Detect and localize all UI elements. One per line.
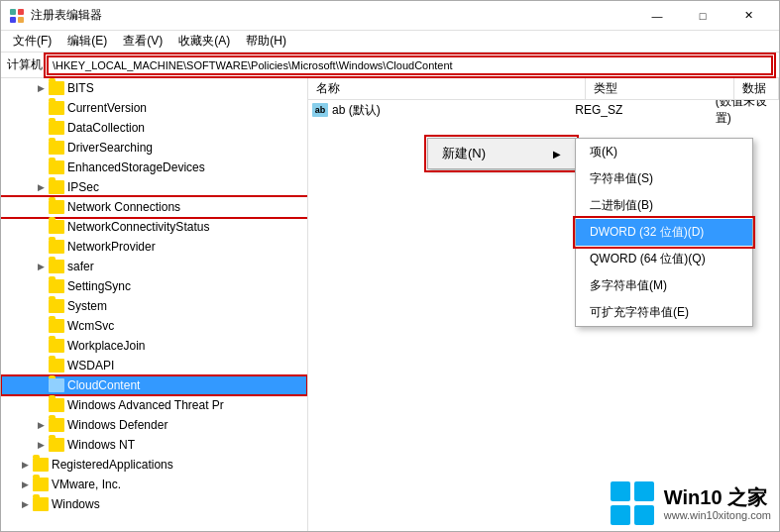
tree-label: Network Connections xyxy=(67,200,180,214)
main-content: ▶ BITS CurrentVersion DataCollection Dr xyxy=(1,78,779,531)
tree-label: IPSec xyxy=(67,180,99,194)
tree-label: DriverSearching xyxy=(67,141,153,155)
folder-icon xyxy=(33,497,49,511)
expand-arrow xyxy=(33,278,49,294)
folder-icon xyxy=(49,339,64,353)
tree-label: RegisteredApplications xyxy=(52,458,173,472)
folder-icon xyxy=(49,279,64,293)
tree-label: safer xyxy=(67,260,94,273)
tree-item-networkprovider[interactable]: NetworkProvider xyxy=(1,237,307,257)
submenu-binary[interactable]: 二进制值(B) xyxy=(576,192,752,219)
tree-item-windowsadvancedthreat[interactable]: Windows Advanced Threat Pr xyxy=(1,395,307,415)
reg-value-type: REG_SZ xyxy=(575,103,716,117)
expand-arrow: ▶ xyxy=(33,417,49,433)
menu-bar: 文件(F) 编辑(E) 查看(V) 收藏夹(A) 帮助(H) xyxy=(1,31,779,53)
tree-item-windows[interactable]: ▶ Windows xyxy=(1,494,307,514)
tree-item-windowsnt[interactable]: ▶ Windows NT xyxy=(1,435,307,455)
expand-arrow xyxy=(33,140,49,156)
tree-label: EnhancedStorageDevices xyxy=(67,160,205,174)
minimize-button[interactable]: — xyxy=(634,1,680,31)
folder-icon xyxy=(33,478,49,491)
expand-arrow xyxy=(33,120,49,136)
reg-value-icon: ab xyxy=(312,103,328,117)
tree-item-workplacejoin[interactable]: WorkplaceJoin xyxy=(1,336,307,356)
tree-item-currentversion[interactable]: CurrentVersion xyxy=(1,98,307,118)
win10-logo-icon xyxy=(609,479,656,527)
folder-icon xyxy=(49,260,64,273)
submenu-dword[interactable]: DWORD (32 位值)(D) xyxy=(576,219,752,246)
tree-item-windowsdefender[interactable]: ▶ Windows Defender xyxy=(1,415,307,435)
submenu-arrow: ▶ xyxy=(553,149,561,160)
svg-rect-6 xyxy=(611,505,630,525)
svg-rect-4 xyxy=(611,481,630,501)
menu-help[interactable]: 帮助(H) xyxy=(238,31,294,52)
tree-item-settingsync[interactable]: SettingSync xyxy=(1,276,307,296)
tree-label: WcmSvc xyxy=(67,319,114,333)
brand-name: Win10 之家 xyxy=(664,485,771,509)
tree-item-wsdapi[interactable]: WSDAPI xyxy=(1,356,307,375)
submenu-multistring[interactable]: 多字符串值(M) xyxy=(576,272,752,299)
app-icon xyxy=(9,8,25,24)
tree-item-vmware[interactable]: ▶ VMware, Inc. xyxy=(1,475,307,494)
expand-arrow: ▶ xyxy=(17,477,33,492)
tree-item-system[interactable]: System xyxy=(1,296,307,316)
folder-icon xyxy=(49,141,64,155)
registry-row-default[interactable]: ab ab (默认) REG_SZ (数值未设置) xyxy=(308,100,779,120)
menu-edit[interactable]: 编辑(E) xyxy=(59,31,115,52)
col-header-name: 名称 xyxy=(308,78,586,99)
tree-label: NetworkProvider xyxy=(67,240,156,254)
expand-arrow xyxy=(33,100,49,116)
expand-arrow: ▶ xyxy=(33,179,49,195)
tree-label: DataCollection xyxy=(67,121,145,135)
tree-item-networkconnections[interactable]: Network Connections xyxy=(1,197,307,217)
folder-icon xyxy=(49,121,64,135)
expand-arrow xyxy=(33,298,49,314)
new-menu-button[interactable]: 新建(N) ▶ xyxy=(427,138,576,169)
tree-item-bits[interactable]: ▶ BITS xyxy=(1,78,307,98)
close-button[interactable]: ✕ xyxy=(725,1,771,31)
tree-label: SettingSync xyxy=(67,279,131,293)
watermark-text-block: Win10 之家 www.win10xitong.com xyxy=(664,485,771,521)
submenu-expandstring[interactable]: 可扩充字符串值(E) xyxy=(576,299,752,326)
menu-file[interactable]: 文件(F) xyxy=(5,31,59,52)
folder-icon xyxy=(49,101,64,115)
expand-arrow: ▶ xyxy=(33,80,49,96)
tree-label: VMware, Inc. xyxy=(52,478,121,491)
svg-rect-0 xyxy=(10,9,16,15)
reg-value-name: ab (默认) xyxy=(332,102,575,119)
folder-icon xyxy=(49,359,64,372)
tree-label: CloudContent xyxy=(67,378,140,392)
address-label: 计算机 xyxy=(7,56,43,73)
tree-item-wcmsvc[interactable]: WcmSvc xyxy=(1,316,307,336)
expand-arrow xyxy=(33,219,49,235)
tree-item-networkconnectivitystatus[interactable]: NetworkConnectivityStatus xyxy=(1,217,307,237)
tree-label: Windows NT xyxy=(67,438,135,452)
new-menu-label: 新建(N) xyxy=(442,145,486,162)
submenu-key[interactable]: 项(K) xyxy=(576,139,752,165)
folder-icon xyxy=(49,160,64,174)
expand-arrow: ▶ xyxy=(17,457,33,473)
menu-favorites[interactable]: 收藏夹(A) xyxy=(170,31,238,52)
tree-item-driversearching[interactable]: DriverSearching xyxy=(1,138,307,158)
submenu-string[interactable]: 字符串值(S) xyxy=(576,165,752,192)
tree-label: Windows xyxy=(52,497,100,511)
tree-item-safer[interactable]: ▶ safer xyxy=(1,257,307,276)
tree-panel[interactable]: ▶ BITS CurrentVersion DataCollection Dr xyxy=(1,78,308,531)
window-controls: — □ ✕ xyxy=(634,1,771,31)
svg-rect-3 xyxy=(18,17,24,23)
tree-label: BITS xyxy=(67,81,94,95)
tree-item-enhancedstoragedevices[interactable]: EnhancedStorageDevices xyxy=(1,158,307,177)
tree-label: Windows Defender xyxy=(67,418,167,432)
address-input[interactable] xyxy=(47,55,773,75)
registry-editor-window: 注册表编辑器 — □ ✕ 文件(F) 编辑(E) 查看(V) 收藏夹(A) 帮助… xyxy=(0,0,780,532)
maximize-button[interactable]: □ xyxy=(680,1,725,31)
submenu-qword[interactable]: QWORD (64 位值)(Q) xyxy=(576,246,752,272)
right-panel: 名称 类型 数据 ab ab (默认) REG_SZ (数值未设置) 新建(N) xyxy=(308,78,779,531)
menu-view[interactable]: 查看(V) xyxy=(115,31,170,52)
folder-icon xyxy=(49,418,64,432)
tree-item-datacollection[interactable]: DataCollection xyxy=(1,118,307,138)
expand-arrow: ▶ xyxy=(17,496,33,512)
tree-item-cloudcontent[interactable]: CloudContent xyxy=(1,375,307,395)
tree-item-registeredapplications[interactable]: ▶ RegisteredApplications xyxy=(1,455,307,475)
tree-item-ipsec[interactable]: ▶ IPSec xyxy=(1,177,307,197)
